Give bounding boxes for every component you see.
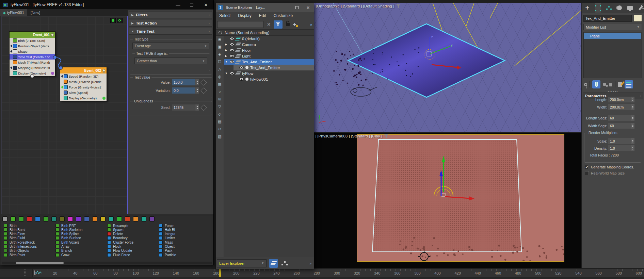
- tab-tyflow001[interactable]: ◆ tyFlow001: [0, 9, 27, 16]
- viewport-label-text[interactable]: [Orthographic ] [Standard ] [Default Sha…: [316, 4, 394, 8]
- depot-operator[interactable]: Birth Fluid: [4, 236, 55, 240]
- eye-icon[interactable]: [230, 37, 234, 40]
- add-layer-button[interactable]: +: [293, 21, 296, 28]
- depot-operator[interactable]: Array: [55, 244, 107, 248]
- lightbulb-icon[interactable]: [102, 69, 105, 72]
- keyframe-icon[interactable]: [200, 87, 207, 94]
- time-slider[interactable]: [219, 269, 221, 277]
- depot-tab-icon[interactable]: [11, 216, 16, 221]
- time-test-rollout[interactable]: ▼ Time Test ▪: [129, 28, 212, 35]
- node-event-001[interactable]: Event_001 Birth (0-180: 4429): [9, 31, 55, 76]
- eye-icon[interactable]: [239, 66, 244, 69]
- tree-row[interactable]: ▶ Camera: [224, 42, 314, 47]
- display-filter-icon[interactable]: ◇: [218, 112, 221, 116]
- display-filter-icon[interactable]: ○: [219, 89, 221, 94]
- layer-view-button[interactable]: [269, 259, 278, 268]
- depot-operator[interactable]: Spawn: [107, 228, 158, 232]
- editor-titlebar[interactable]: tyFlow001 : [tyFlow FREE v1.133 Editor] …: [0, 0, 213, 9]
- depot-tab-icon[interactable]: [51, 216, 57, 221]
- funnel-icon[interactable]: [384, 134, 388, 138]
- depot-tab-icon[interactable]: [43, 216, 48, 221]
- display-filter-icon[interactable]: ◈: [218, 52, 221, 56]
- depot-operator[interactable]: Grow: [55, 253, 107, 257]
- tree-row[interactable]: Tex_And_Emitter: [234, 65, 314, 70]
- depot-operator[interactable]: Mass: [159, 240, 210, 244]
- tree-row[interactable]: ▶ Light: [224, 53, 314, 59]
- test-true-dropdown[interactable]: Greater than ▼: [134, 58, 207, 64]
- lock-icon[interactable]: [286, 23, 290, 26]
- generate-mapping-checkbox-row[interactable]: ✔ Generate Mapping Coords.: [585, 165, 634, 169]
- maximize-button[interactable]: [291, 3, 302, 12]
- scrollbar-thumb[interactable]: [16, 262, 64, 264]
- viewport-label[interactable]: ] [PhysCamera003 ] [Standard ] [Clay ]: [315, 134, 388, 138]
- operator-row[interactable]: Mapping (Particles: Objects): [10, 65, 55, 70]
- depot-tab-icon[interactable]: [117, 216, 122, 221]
- depot-operator[interactable]: Birth Objects: [4, 249, 55, 253]
- depot-operator[interactable]: Birth Skeleton: [55, 228, 107, 232]
- eye-icon[interactable]: [230, 43, 234, 46]
- depot-operator[interactable]: Birth Voxels: [55, 240, 107, 244]
- variation-field[interactable]: 0.0: [172, 87, 195, 94]
- depot-tab-icon[interactable]: [19, 216, 24, 221]
- node-graph-canvas[interactable]: ⟳ Event_001 Birth (0-180: 4429): [1, 16, 128, 214]
- depot-operator[interactable]: Cluster Force: [107, 240, 158, 244]
- operator-row[interactable]: Speed (Random 3D): [60, 73, 107, 79]
- depot-tab-icon[interactable]: [133, 216, 138, 221]
- depot-tab-icon[interactable]: [92, 216, 97, 221]
- display-tab[interactable]: [627, 3, 633, 13]
- operator-row[interactable]: Time Test (Event> 150): [10, 54, 55, 60]
- close-button[interactable]: ✕: [198, 0, 213, 9]
- expand-arrow-icon[interactable]: ▶: [225, 54, 228, 58]
- depot-operator[interactable]: Birth Intersections: [4, 244, 55, 248]
- minimize-button[interactable]: —: [171, 0, 185, 9]
- overflow-chevron[interactable]: »: [309, 261, 311, 265]
- value-field[interactable]: 150.0: [172, 79, 195, 85]
- event-input-port[interactable]: [59, 66, 63, 70]
- operator-row[interactable]: Slow (Speed): [60, 90, 107, 95]
- spinner[interactable]: [631, 104, 634, 110]
- eye-icon[interactable]: [230, 49, 234, 52]
- depot-operator[interactable]: Birth Burst: [4, 228, 55, 232]
- depot-tab-icon[interactable]: [35, 216, 40, 221]
- operator-row[interactable]: Display (Geometry): [60, 95, 107, 101]
- eye-icon[interactable]: [230, 72, 234, 75]
- depot-operator[interactable]: Birth ForestPack: [4, 240, 55, 244]
- viewport-label[interactable]: [Orthographic ] [Standard ] [Default Sha…: [316, 4, 400, 8]
- depot-scrollbar[interactable]: [2, 262, 212, 264]
- depot-tab-icon[interactable]: [76, 216, 81, 221]
- modifier-sets-button[interactable]: [625, 80, 633, 88]
- display-filter-icon[interactable]: ▤: [218, 119, 221, 124]
- expand-arrow-icon[interactable]: ▶: [225, 49, 228, 52]
- depot-operator[interactable]: Boundary: [107, 236, 158, 240]
- operator-row[interactable]: Mesh (TriMesh [Render]): [60, 79, 107, 84]
- depot-operator[interactable]: Force: [159, 224, 210, 228]
- overflow-chevron[interactable]: »: [310, 22, 312, 27]
- menu-item[interactable]: Edit: [259, 13, 266, 18]
- depot-tab-icon[interactable]: [100, 216, 106, 221]
- depot-tab-icon[interactable]: [125, 216, 130, 221]
- display-filter-icon[interactable]: ⊙: [218, 127, 221, 131]
- keyframe-icon[interactable]: [200, 79, 207, 85]
- display-filter-icon[interactable]: ☐: [218, 60, 222, 64]
- checkbox-unchecked[interactable]: [585, 171, 589, 175]
- parameter-value-field[interactable]: 200.0cm: [608, 104, 631, 110]
- test-action-rollout[interactable]: ▶ Test Action ▪: [129, 20, 212, 27]
- parameter-value-field[interactable]: 60: [608, 123, 631, 129]
- configure-modifier-icon[interactable]: [618, 82, 622, 87]
- display-filter-icon[interactable]: △: [218, 67, 221, 71]
- display-filter-icon[interactable]: ▧: [218, 134, 221, 138]
- depot-operator[interactable]: Birth Spline: [55, 232, 107, 236]
- make-unique-icon[interactable]: [603, 83, 606, 86]
- name-column-header[interactable]: Name (Sorted Ascending): [216, 30, 314, 36]
- spinner[interactable]: [195, 104, 199, 111]
- camera-object[interactable]: [351, 87, 377, 96]
- clear-search-icon[interactable]: ✕: [267, 22, 271, 27]
- minimize-button[interactable]: —: [280, 3, 291, 12]
- stack-item-plane[interactable]: Plane: [584, 33, 641, 39]
- tree-row[interactable]: ▼ tyFlow: [224, 70, 314, 76]
- object-color-swatch[interactable]: [634, 15, 642, 22]
- depot-tab-icon[interactable]: [27, 216, 32, 221]
- viewport-physcamera[interactable]: ] [PhysCamera003 ] [Standard ] [Clay ]: [314, 133, 581, 268]
- parameter-value-field[interactable]: 1.0: [608, 138, 631, 144]
- maximize-button[interactable]: [185, 0, 198, 9]
